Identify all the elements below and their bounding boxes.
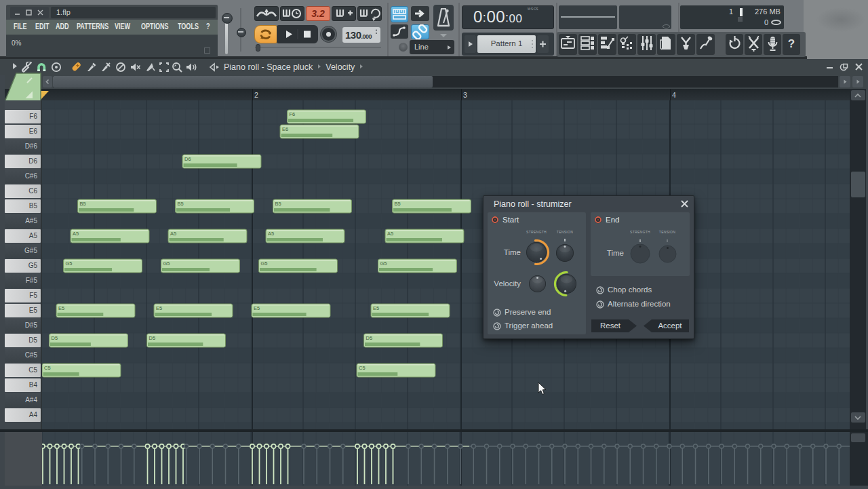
svg-text:E5: E5 — [58, 305, 64, 311]
svg-text:B5: B5 — [395, 201, 401, 207]
svg-text:G5: G5 — [380, 260, 387, 267]
svg-text:A5: A5 — [170, 231, 176, 237]
svg-text:G5: G5 — [261, 260, 268, 267]
svg-text:G5: G5 — [163, 260, 170, 267]
svg-text:E5: E5 — [254, 305, 260, 311]
svg-text:B5: B5 — [275, 201, 281, 207]
svg-text:E5: E5 — [373, 305, 379, 311]
svg-text:D5: D5 — [52, 335, 58, 341]
svg-text:F6: F6 — [290, 111, 296, 117]
svg-text:D5: D5 — [149, 335, 156, 341]
svg-text:B5: B5 — [178, 201, 184, 207]
svg-text:A5: A5 — [73, 231, 79, 237]
svg-text:D6: D6 — [184, 156, 191, 162]
svg-text:E6: E6 — [282, 126, 288, 132]
svg-text:A5: A5 — [268, 231, 274, 237]
svg-text:C5: C5 — [359, 365, 366, 371]
svg-text:E5: E5 — [156, 305, 162, 311]
svg-text:A5: A5 — [387, 231, 393, 237]
svg-text:G5: G5 — [66, 260, 73, 267]
svg-text:B5: B5 — [80, 201, 86, 207]
svg-text:C5: C5 — [44, 365, 51, 371]
svg-text:D5: D5 — [366, 335, 373, 341]
